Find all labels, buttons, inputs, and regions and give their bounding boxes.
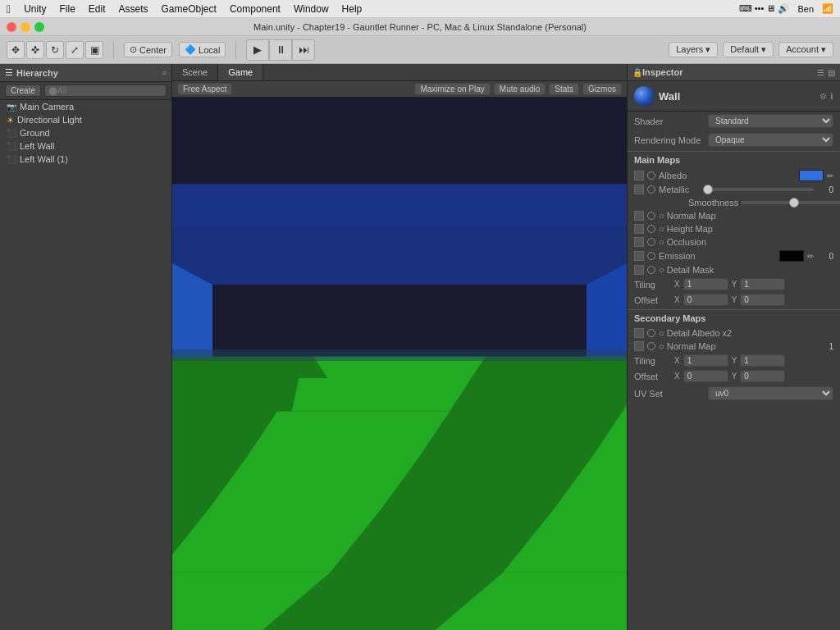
hierarchy-item-leftwall1[interactable]: ⬛ Left Wall (1) — [0, 153, 171, 166]
leftwall1-icon: ⬛ — [7, 155, 16, 164]
offset-y-input[interactable] — [740, 294, 785, 306]
hierarchy-menu-icon[interactable]: ≡ — [162, 69, 167, 77]
pause-button[interactable]: ⏸ — [269, 39, 292, 61]
detail-mask-checkbox[interactable] — [634, 265, 644, 275]
tiling-x-input[interactable] — [683, 278, 728, 290]
scene-tab[interactable]: Scene — [172, 64, 218, 80]
uv-set-select[interactable]: uv0 — [708, 386, 833, 400]
normal-map-checkbox[interactable] — [634, 211, 644, 221]
hierarchy-item-ground[interactable]: ⬛ Ground — [0, 126, 171, 139]
aspect-button[interactable]: Free Aspect — [177, 83, 232, 95]
height-map-row: ○ Height Map — [628, 222, 840, 235]
hierarchy-lock-icon: ☰ — [5, 67, 13, 78]
view-toolbar: Free Aspect Maximize on Play Mute audio … — [172, 81, 627, 98]
local-button[interactable]: 🔷 Local — [179, 42, 226, 57]
rendering-mode-select[interactable]: Opaque — [708, 133, 833, 147]
offset-row: Offset X Y — [628, 292, 840, 308]
smoothness-slider[interactable] — [741, 201, 840, 204]
occlusion-checkbox[interactable] — [634, 237, 644, 247]
rotate-tool[interactable]: ↻ — [46, 41, 64, 59]
close-button[interactable] — [7, 22, 16, 32]
ground-label: Ground — [20, 128, 50, 138]
sec-tiling-x-input[interactable] — [683, 354, 728, 367]
detail-mask-circle — [647, 266, 655, 274]
emission-swatch[interactable] — [779, 250, 804, 262]
emission-pencil-icon[interactable]: ✏ — [807, 252, 814, 261]
account-button[interactable]: Account ▾ — [778, 42, 833, 57]
play-button[interactable]: ▶ — [246, 39, 269, 61]
wall-settings-icon[interactable]: ⚙ — [819, 92, 827, 101]
metallic-checkbox[interactable] — [634, 185, 644, 194]
albedo-pencil-icon[interactable]: ✏ — [827, 171, 833, 180]
inspector-menu2[interactable]: ▤ — [828, 68, 835, 77]
toolbar: ✥ ✜ ↻ ⤢ ▣ ⊙ Center 🔷 Local ▶ ⏸ ⏭ Layers … — [0, 36, 840, 64]
toolbar-right: Layers ▾ Default ▾ Account ▾ — [669, 42, 833, 57]
default-button[interactable]: Default ▾ — [723, 42, 774, 57]
transform-tools: ✥ ✜ ↻ ⤢ ▣ — [7, 41, 103, 59]
menu-user: Ben — [797, 4, 814, 14]
inspector-menu1[interactable]: ☰ — [817, 68, 824, 77]
hierarchy-search[interactable] — [44, 84, 167, 97]
menu-edit[interactable]: Edit — [89, 3, 106, 15]
albedo-color-swatch[interactable] — [799, 170, 824, 181]
normal-map-label: ○ Normal Map — [659, 211, 833, 221]
hierarchy-item-camera[interactable]: 📷 Main Camera — [0, 100, 171, 113]
menu-unity[interactable]: Unity — [24, 3, 46, 15]
sec-offset-x-input[interactable] — [683, 370, 728, 382]
maximize-button[interactable] — [34, 22, 44, 32]
offset-x-input[interactable] — [683, 294, 728, 306]
emission-checkbox[interactable] — [634, 251, 644, 261]
rect-tool[interactable]: ▣ — [85, 41, 103, 59]
menu-status-icons: ⌨ ••• 🖥 🔊 — [739, 3, 790, 14]
sec-offset-y-input[interactable] — [740, 370, 785, 382]
stats-button[interactable]: Stats — [549, 83, 579, 95]
menu-component[interactable]: Component — [230, 3, 281, 15]
menu-file[interactable]: File — [59, 3, 75, 15]
emission-value: 0 — [817, 252, 833, 261]
tiling-y-input[interactable] — [740, 278, 785, 290]
albedo-checkbox[interactable] — [634, 171, 644, 180]
offset-x-label: X — [674, 295, 680, 304]
minimize-button[interactable] — [21, 22, 30, 32]
detail-albedo-checkbox[interactable] — [634, 328, 644, 338]
hierarchy-item-leftwall[interactable]: ⬛ Left Wall — [0, 139, 171, 153]
menu-gameobject[interactable]: GameObject — [162, 3, 217, 15]
height-map-checkbox[interactable] — [634, 224, 644, 234]
menu-assets[interactable]: Assets — [119, 3, 148, 15]
leftwall1-label: Left Wall (1) — [20, 154, 68, 164]
shader-select[interactable]: Standard — [708, 114, 833, 128]
hierarchy-header: ☰ Hierarchy ≡ — [0, 64, 171, 82]
menu-help[interactable]: Help — [342, 3, 363, 15]
apple-menu[interactable]:  — [7, 2, 11, 16]
inspector-lock-icon[interactable]: 🔒 — [632, 68, 642, 77]
sec-tiling-label: Tiling — [634, 356, 671, 366]
step-button[interactable]: ⏭ — [292, 39, 315, 61]
inspector-header: 🔒 Inspector ☰ ▤ — [628, 64, 840, 81]
hierarchy-list: 📷 Main Camera ☀ Directional Light ⬛ Grou… — [0, 100, 171, 630]
sec-tiling-y-input[interactable] — [740, 354, 785, 367]
menu-window[interactable]: Window — [294, 3, 329, 15]
detail-albedo-label: ○ Detail Albedo x2 — [659, 328, 833, 338]
create-button[interactable]: Create — [5, 84, 41, 97]
metallic-slider[interactable] — [703, 188, 814, 191]
mute-audio[interactable]: Mute audio — [494, 83, 546, 95]
layers-button[interactable]: Layers ▾ — [669, 42, 718, 57]
window-title: Main.unity - Chapter19 - Gauntlet Runner… — [253, 22, 587, 32]
height-map-circle — [647, 225, 655, 233]
scale-tool[interactable]: ⤢ — [66, 41, 84, 59]
move-tool[interactable]: ✜ — [26, 41, 44, 59]
wall-info-icon[interactable]: ℹ — [830, 92, 833, 101]
svg-marker-12 — [172, 378, 299, 411]
gizmos-button[interactable]: Gizmos — [582, 83, 622, 95]
sec-normal-checkbox[interactable] — [634, 341, 644, 351]
center-button[interactable]: ⊙ Center — [124, 42, 172, 57]
albedo-row: Albedo ✏ — [628, 168, 840, 183]
hierarchy-item-light[interactable]: ☀ Directional Light — [0, 113, 171, 126]
menu-wifi: 📶 — [822, 3, 833, 14]
hand-tool[interactable]: ✥ — [7, 41, 25, 59]
tiling-x-label: X — [674, 280, 680, 289]
maximize-on-play[interactable]: Maximize on Play — [414, 83, 490, 95]
hierarchy-toolbar: Create — [0, 82, 171, 100]
game-tab[interactable]: Game — [218, 64, 263, 80]
svg-marker-10 — [291, 378, 471, 411]
